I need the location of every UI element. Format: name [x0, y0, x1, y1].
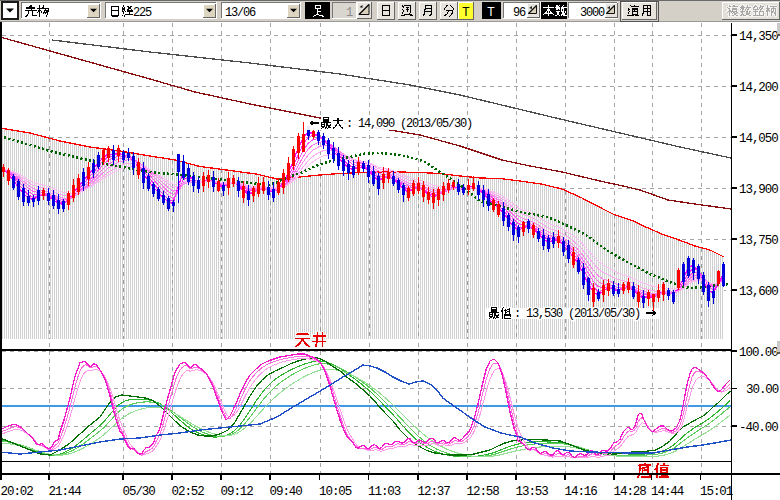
svg-text:15:01: 15:01 — [700, 485, 733, 499]
svg-text:09:12: 09:12 — [221, 485, 254, 499]
svg-text:T: T — [487, 5, 495, 19]
svg-text:21:44: 21:44 — [49, 485, 82, 499]
svg-text:11:03: 11:03 — [368, 485, 401, 499]
svg-text:14:28: 14:28 — [614, 485, 647, 499]
svg-text:1: 1 — [346, 6, 353, 20]
svg-text:13/06: 13/06 — [225, 6, 256, 20]
svg-text:20:02: 20:02 — [1, 485, 34, 499]
svg-text:100.00: 100.00 — [739, 346, 778, 360]
svg-text:13:53: 13:53 — [516, 485, 549, 499]
svg-text:13,900: 13,900 — [739, 183, 778, 197]
svg-text:14:44: 14:44 — [651, 485, 684, 499]
svg-text:14:16: 14:16 — [565, 485, 598, 499]
svg-text:14,050: 14,050 — [739, 132, 778, 146]
svg-text:12:37: 12:37 — [418, 485, 451, 499]
svg-text:: 13,530 (2013/05/30): : 13,530 (2013/05/30) — [514, 307, 640, 321]
svg-text:: 14,090 (2013/05/30): : 14,090 (2013/05/30) — [346, 117, 472, 131]
svg-text:-40.00: -40.00 — [739, 421, 778, 435]
svg-text:02:52: 02:52 — [172, 485, 205, 499]
svg-text:96: 96 — [513, 6, 526, 20]
svg-text:10:05: 10:05 — [319, 485, 352, 499]
svg-text:13,750: 13,750 — [739, 234, 778, 248]
svg-text:225: 225 — [133, 6, 152, 20]
svg-text:09:40: 09:40 — [270, 485, 303, 499]
svg-text:3000: 3000 — [580, 6, 605, 20]
svg-text:12:58: 12:58 — [467, 485, 500, 499]
svg-text:05/30: 05/30 — [123, 485, 156, 499]
svg-text:13,600: 13,600 — [739, 285, 778, 299]
svg-text:T: T — [462, 5, 470, 19]
svg-text:14,200: 14,200 — [739, 81, 778, 95]
svg-text:14,350: 14,350 — [739, 30, 778, 44]
svg-text:30.00: 30.00 — [746, 383, 779, 397]
